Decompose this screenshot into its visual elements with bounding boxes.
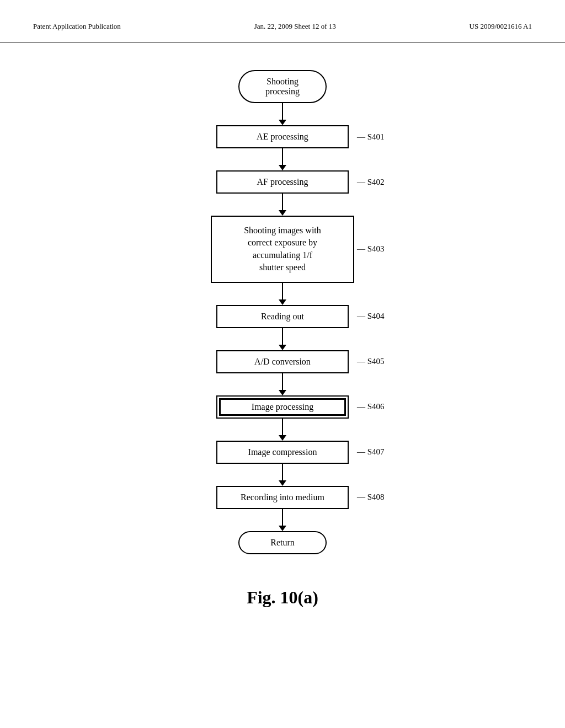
arrow-2 <box>279 194 286 216</box>
arrow-1 <box>279 148 286 170</box>
arrow-line-3 <box>282 283 283 299</box>
arrow-line-5 <box>282 373 283 390</box>
step-label-s404: — S404 <box>357 312 385 321</box>
node-s408: Recording into medium <box>216 486 349 509</box>
arrow-line-6 <box>282 419 283 435</box>
arrow-head-2 <box>279 210 286 216</box>
arrow-head-3 <box>279 299 286 305</box>
arrow-head-8 <box>279 526 286 531</box>
arrow-head-1 <box>279 165 286 170</box>
arrow-head-6 <box>279 435 286 441</box>
diagram-area: Shootingprocesing AE processing — S401 A… <box>0 42 565 630</box>
arrow-6 <box>279 419 286 441</box>
step-label-s401: — S401 <box>357 132 385 142</box>
step-label-s408: — S408 <box>357 493 385 502</box>
node-s405: A/D conversion <box>216 350 349 373</box>
flowchart: Shootingprocesing AE processing — S401 A… <box>117 70 448 554</box>
arrow-line-0 <box>282 103 283 120</box>
header-right: US 2009/0021616 A1 <box>470 22 532 31</box>
arrow-line-1 <box>282 148 283 165</box>
arrow-7 <box>279 464 286 486</box>
arrow-5 <box>279 373 286 395</box>
arrow-3 <box>279 283 286 305</box>
arrow-head-7 <box>279 480 286 486</box>
arrow-line-8 <box>282 509 283 526</box>
arrow-head-5 <box>279 390 286 395</box>
step-s406-wrapper: Image processing — S406 <box>216 395 349 419</box>
step-label-s406: — S406 <box>357 402 385 411</box>
step-label-s405: — S405 <box>357 357 385 366</box>
node-s406: Image processing <box>216 395 349 419</box>
step-label-s402: — S402 <box>357 178 385 187</box>
step-label-s407: — S407 <box>357 447 385 457</box>
step-s404-wrapper: Reading out — S404 <box>216 305 349 328</box>
arrow-head-0 <box>279 120 286 125</box>
step-s407-wrapper: Image compression — S407 <box>216 441 349 464</box>
page: Patent Application Publication Jan. 22, … <box>0 0 565 728</box>
arrow-head-4 <box>279 345 286 350</box>
arrow-8 <box>279 509 286 531</box>
node-s402: AF processing <box>216 170 349 194</box>
header-left: Patent Application Publication <box>33 22 121 31</box>
node-start: Shootingprocesing <box>238 70 327 103</box>
arrow-4 <box>279 328 286 350</box>
node-end: Return <box>238 531 327 554</box>
step-s403-wrapper: Shooting images withcorrect exposure bya… <box>211 216 354 283</box>
node-s404: Reading out <box>216 305 349 328</box>
node-s407: Image compression <box>216 441 349 464</box>
header-center: Jan. 22, 2009 Sheet 12 of 13 <box>254 22 336 31</box>
figure-caption: Fig. 10(a) <box>247 587 318 608</box>
step-s402-wrapper: AF processing — S402 <box>216 170 349 194</box>
arrow-0 <box>279 103 286 125</box>
arrow-line-7 <box>282 464 283 480</box>
step-s401-wrapper: AE processing — S401 <box>216 125 349 148</box>
node-s403: Shooting images withcorrect exposure bya… <box>211 216 354 283</box>
step-label-s403: — S403 <box>357 244 385 254</box>
node-s403-text: Shooting images withcorrect exposure bya… <box>244 226 321 272</box>
arrow-line-2 <box>282 194 283 210</box>
node-s401: AE processing <box>216 125 349 148</box>
arrow-line-4 <box>282 328 283 345</box>
step-s405-wrapper: A/D conversion — S405 <box>216 350 349 373</box>
header: Patent Application Publication Jan. 22, … <box>0 0 565 42</box>
step-s408-wrapper: Recording into medium — S408 <box>216 486 349 509</box>
